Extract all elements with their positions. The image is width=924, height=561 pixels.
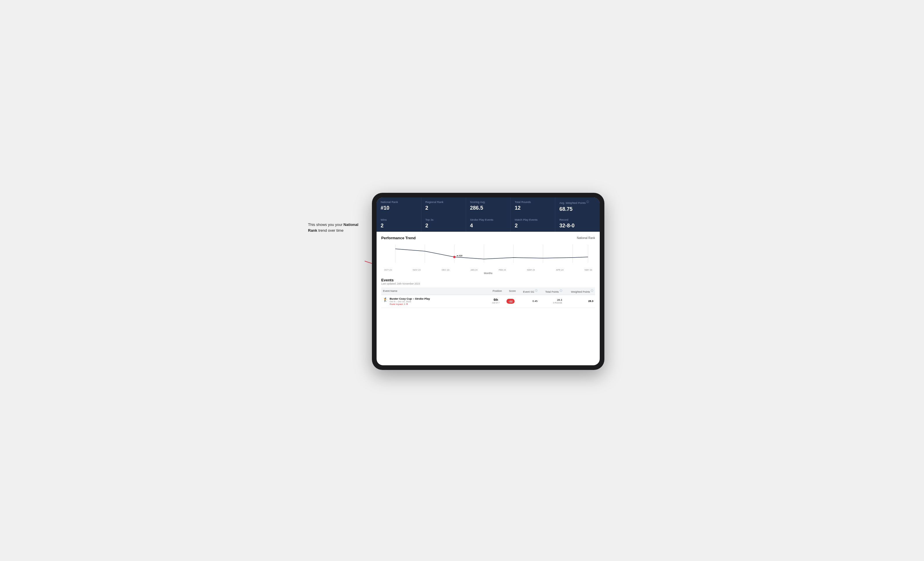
score-badge: -22 — [507, 299, 514, 304]
x-label-jan24: JAN 24 — [470, 269, 478, 271]
scene: This shows you your National Rank trend … — [308, 187, 616, 374]
svg-point-10 — [453, 256, 456, 258]
stat-match-play: Match Play Events 2 — [510, 215, 555, 232]
stat-total-rounds-label: Total Rounds — [514, 200, 551, 204]
stat-record-label: Record — [560, 218, 596, 221]
info-icon: ⓘ — [586, 200, 589, 203]
table-row: 🏌 Buster Cozy Cup – Stroke Play Oct 9 – … — [381, 295, 595, 308]
tablet-device: National Rank #10 Regional Rank 2 Scorin… — [372, 193, 604, 370]
stats-row-2: Wins 2 Top 3s 2 Stroke Play Events 4 Mat… — [376, 215, 600, 232]
x-label-feb24: FEB 24 — [499, 269, 506, 271]
event-total-points: 28.3 3 Rounds — [539, 295, 564, 308]
weighted-points-info-icon: ⓘ — [591, 289, 593, 292]
x-label-may24: MAY 24 — [585, 269, 592, 271]
event-position: 6th out of 7 — [488, 295, 504, 308]
events-section: Events Last updated: 24th November 2023 … — [376, 275, 600, 365]
annotation: This shows you your National Rank trend … — [308, 222, 366, 233]
col-event-name: Event Name — [381, 287, 488, 295]
perf-header: Performance Trend National Rank — [381, 236, 595, 240]
stat-national-rank: National Rank #10 — [376, 197, 421, 215]
event-icon: 🏌 — [383, 297, 388, 302]
event-weighted-points: 28.3 — [564, 295, 595, 308]
stat-wins-label: Wins — [381, 218, 417, 221]
stats-row-1: National Rank #10 Regional Rank 2 Scorin… — [376, 197, 600, 215]
stat-avg-weighted-label: Avg. Weighted Points ⓘ — [560, 200, 596, 205]
x-label-dec23: DEC 23 — [442, 269, 449, 271]
stat-total-rounds: Total Rounds 12 — [510, 197, 555, 215]
col-event-sg: Event SG ⓘ — [518, 287, 539, 295]
stat-avg-weighted: Avg. Weighted Points ⓘ 68.75 — [555, 197, 600, 215]
stat-total-rounds-value: 12 — [514, 205, 551, 211]
stat-regional-rank-value: 2 — [425, 205, 462, 211]
stat-wins: Wins 2 — [376, 215, 421, 232]
x-label-oct23: OCT 23 — [384, 269, 392, 271]
perf-rank-label: National Rank — [577, 236, 595, 239]
stat-record-value: 32-8-0 — [560, 223, 596, 229]
event-sg-value: 0.45 — [518, 295, 539, 308]
event-date: Oct 9 – Oct 10, 2023 — [390, 300, 430, 303]
stat-scoring-avg-value: 286.5 — [470, 205, 507, 211]
events-title: Events — [381, 278, 595, 282]
chart-x-labels: OCT 23 NOV 23 DEC 23 JAN 24 FEB 24 MAR 2… — [381, 269, 595, 271]
event-rank-impact: Rank Impact: 3 ▼ — [390, 303, 430, 305]
stat-wins-value: 2 — [381, 223, 417, 229]
stat-avg-weighted-value: 68.75 — [560, 206, 596, 212]
stat-top3s-label: Top 3s — [425, 218, 462, 221]
stat-regional-rank-label: Regional Rank — [425, 200, 462, 204]
performance-trend-section: Performance Trend National Rank — [376, 232, 600, 275]
stat-top3s-value: 2 — [425, 223, 462, 229]
stat-stroke-play-label: Stroke Play Events — [470, 218, 507, 221]
chart-x-axis-title: Months — [381, 272, 595, 275]
stat-stroke-play: Stroke Play Events 4 — [466, 215, 510, 232]
performance-chart: ● #10 — [381, 243, 595, 266]
events-last-updated: Last updated: 24th November 2023 — [381, 282, 595, 285]
x-label-mar24: MAR 24 — [527, 269, 535, 271]
annotation-text-after: trend over time — [317, 228, 344, 233]
stat-national-rank-label: National Rank — [381, 200, 417, 204]
annotation-text-before: This shows you your — [308, 223, 344, 227]
event-name-cell: 🏌 Buster Cozy Cup – Stroke Play Oct 9 – … — [381, 295, 488, 308]
col-position: Position — [488, 287, 504, 295]
chart-area: ● #10 OCT 23 NOV 23 DEC 23 JAN 24 FEB 24… — [381, 243, 595, 272]
stat-scoring-avg-label: Scoring Avg. — [470, 200, 507, 204]
stat-national-rank-value: #10 — [381, 205, 417, 211]
x-label-nov23: NOV 23 — [413, 269, 421, 271]
stat-top3s: Top 3s 2 — [422, 215, 466, 232]
stat-match-play-value: 2 — [514, 223, 551, 229]
event-name-text: Buster Cozy Cup – Stroke Play — [390, 297, 430, 300]
x-label-apr24: APR 24 — [556, 269, 563, 271]
tablet-screen: National Rank #10 Regional Rank 2 Scorin… — [376, 197, 600, 365]
col-total-points: Total Points ⓘ — [539, 287, 564, 295]
event-sg-info-icon: ⓘ — [535, 289, 537, 292]
stat-match-play-label: Match Play Events — [514, 218, 551, 221]
events-table: Event Name Position Score Event SG ⓘ Tot… — [381, 287, 595, 308]
stat-record: Record 32-8-0 — [555, 215, 600, 232]
col-score: Score — [504, 287, 518, 295]
stat-stroke-play-value: 4 — [470, 223, 507, 229]
svg-text:● #10: ● #10 — [457, 254, 463, 257]
col-weighted-points: Weighted Points ⓘ — [564, 287, 595, 295]
event-score: -22 — [504, 295, 518, 308]
perf-title: Performance Trend — [381, 236, 416, 240]
stat-scoring-avg: Scoring Avg. 286.5 — [466, 197, 510, 215]
total-points-info-icon: ⓘ — [560, 289, 562, 292]
stat-regional-rank: Regional Rank 2 — [422, 197, 466, 215]
